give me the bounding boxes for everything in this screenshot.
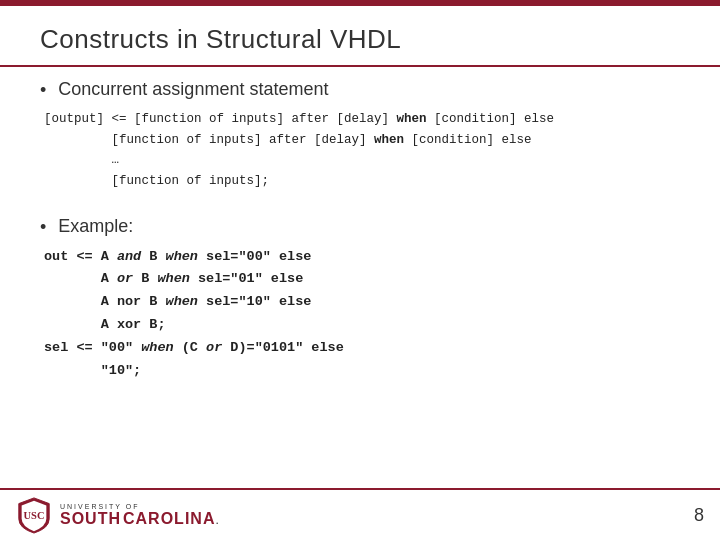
slide-content: • Concurrent assignment statement [outpu… (0, 79, 720, 488)
example-line-6: "10"; (44, 360, 680, 383)
svg-text:USC: USC (24, 510, 45, 521)
example-line-3: A nor B when sel="10" else (44, 291, 680, 314)
slide-title: Constructs in Structural VHDL (40, 24, 680, 55)
code-line-3: … (44, 150, 680, 171)
bullet-dot-2: • (40, 217, 46, 238)
section-example: • Example: out <= A and B when sel="00" … (40, 216, 680, 394)
code-line-2: [function of inputs] after [delay] when … (44, 130, 680, 151)
slide-header: Constructs in Structural VHDL (0, 6, 720, 67)
code-block-syntax: [output] <= [function of inputs] after [… (40, 109, 680, 192)
example-line-4: A xor B; (44, 314, 680, 337)
bullet-text-1: Concurrent assignment statement (58, 79, 328, 100)
slide-footer: USC UNIVERSITY OF SOUTHCAROLINA. 8 (0, 488, 720, 540)
bullet-item-1: • Concurrent assignment statement (40, 79, 680, 101)
example-line-2: A or B when sel="01" else (44, 268, 680, 291)
example-line-5: sel <= "00" when (C or D)="0101" else (44, 337, 680, 360)
section-concurrent: • Concurrent assignment statement [outpu… (40, 79, 680, 206)
code-line-1: [output] <= [function of inputs] after [… (44, 109, 680, 130)
bullet-text-2: Example: (58, 216, 133, 237)
usc-shield-icon: USC (16, 496, 52, 534)
bullet-item-2: • Example: (40, 216, 680, 238)
usc-text-logo: UNIVERSITY OF SOUTHCAROLINA. (60, 503, 220, 528)
bullet-dot-1: • (40, 80, 46, 101)
code-block-example: out <= A and B when sel="00" else A or B… (40, 246, 680, 384)
slide: Constructs in Structural VHDL • Concurre… (0, 0, 720, 540)
page-number: 8 (694, 505, 704, 526)
university-of-label: UNIVERSITY OF (60, 503, 220, 510)
footer-logo: USC UNIVERSITY OF SOUTHCAROLINA. (16, 496, 220, 534)
school-name-label: SOUTHCAROLINA. (60, 510, 220, 528)
code-line-4: [function of inputs]; (44, 171, 680, 192)
example-line-1: out <= A and B when sel="00" else (44, 246, 680, 269)
